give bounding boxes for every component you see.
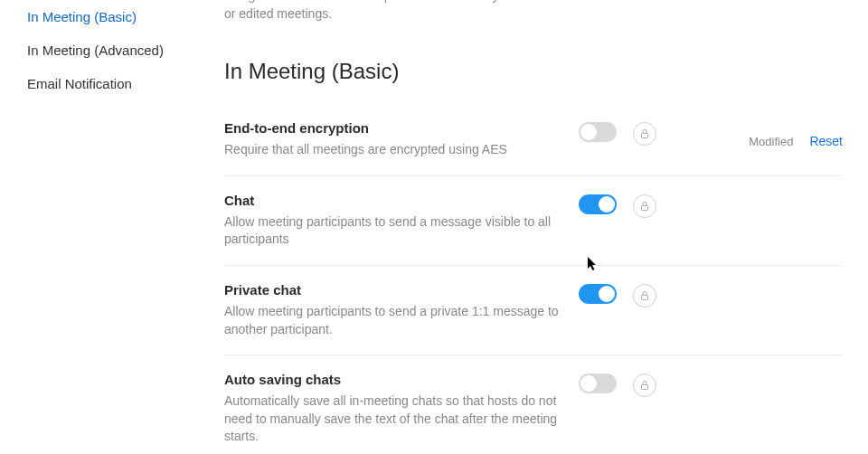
- setting-row: Auto saving chats Automatically save all…: [224, 355, 843, 454]
- setting-desc: Automatically save all in-meeting chats …: [224, 393, 568, 446]
- setting-controls: [579, 120, 656, 159]
- setting-row: Private chat Allow meeting participants …: [224, 266, 843, 355]
- modified-label: Modified: [749, 135, 793, 148]
- svg-rect-0: [642, 134, 648, 138]
- toggle-chat[interactable]: [579, 194, 617, 214]
- reset-link[interactable]: Reset: [809, 134, 843, 148]
- setting-desc: Allow meeting participants to send a mes…: [224, 213, 568, 249]
- lock-icon[interactable]: [633, 194, 656, 218]
- previous-setting-desc: Will generate and send new passwords for…: [224, 0, 568, 23]
- setting-title: End-to-end encryption: [224, 120, 568, 136]
- setting-row: End-to-end encryption Require that all m…: [224, 104, 843, 176]
- setting-status: Modified Reset: [749, 120, 843, 159]
- settings-content: Will generate and send new passwords for…: [217, 0, 868, 454]
- toggle-auto-save-chats[interactable]: [579, 374, 617, 393]
- sidebar-item-in-meeting-basic[interactable]: In Meeting (Basic): [27, 0, 217, 33]
- setting-controls: [579, 193, 656, 249]
- toggle-encryption[interactable]: [579, 122, 617, 142]
- setting-title: Chat: [224, 193, 568, 208]
- setting-title: Auto saving chats: [224, 372, 568, 387]
- toggle-private-chat[interactable]: [579, 284, 617, 304]
- setting-desc: Allow meeting participants to send a pri…: [224, 303, 568, 338]
- sidebar-item-in-meeting-advanced[interactable]: In Meeting (Advanced): [27, 33, 217, 67]
- setting-text: End-to-end encryption Require that all m…: [224, 120, 568, 159]
- section-title: In Meeting (Basic): [224, 59, 843, 84]
- settings-sidebar: In Meeting (Basic) In Meeting (Advanced)…: [0, 0, 217, 454]
- setting-controls: [579, 372, 656, 446]
- svg-rect-1: [642, 205, 648, 210]
- svg-rect-3: [642, 385, 648, 390]
- setting-title: Private chat: [224, 282, 568, 298]
- setting-controls: [579, 282, 656, 338]
- svg-rect-2: [642, 295, 648, 299]
- setting-text: Private chat Allow meeting participants …: [224, 282, 568, 338]
- lock-icon[interactable]: [633, 284, 656, 307]
- lock-icon[interactable]: [633, 374, 656, 397]
- setting-text: Auto saving chats Automatically save all…: [224, 372, 568, 446]
- setting-text: Chat Allow meeting participants to send …: [224, 193, 568, 249]
- sidebar-item-email-notification[interactable]: Email Notification: [27, 67, 217, 100]
- setting-row: Chat Allow meeting participants to send …: [224, 176, 843, 266]
- setting-desc: Require that all meetings are encrypted …: [224, 141, 568, 159]
- lock-icon[interactable]: [633, 122, 656, 146]
